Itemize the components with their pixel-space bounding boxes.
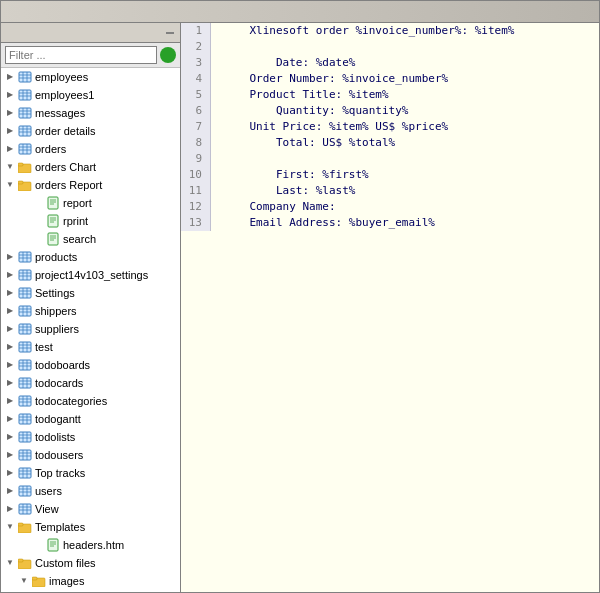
tree-item-users[interactable]: ▶ users <box>1 482 180 500</box>
expand-icon-shippers: ▶ <box>3 304 17 318</box>
line-content-5: Product Title: %item% <box>211 87 389 103</box>
tree-item-shippers[interactable]: ▶ shippers <box>1 302 180 320</box>
expand-icon-todolists: ▶ <box>3 430 17 444</box>
tree-item-orders-chart[interactable]: ▼ orders Chart <box>1 158 180 176</box>
line-number-4: 4 <box>181 71 211 87</box>
expand-icon-users: ▶ <box>3 484 17 498</box>
tree-container[interactable]: ▶ employees▶ employees1▶ messages▶ order… <box>1 68 180 592</box>
tree-item-rprint[interactable]: rprint <box>1 212 180 230</box>
type-icon-orders-chart <box>17 159 33 175</box>
svg-rect-117 <box>18 523 23 526</box>
tree-label-report: report <box>63 195 92 211</box>
svg-rect-86 <box>19 414 31 424</box>
tree-label-view: View <box>35 501 59 517</box>
expand-icon-top-tracks: ▶ <box>3 466 17 480</box>
tree-item-test[interactable]: ▶ test <box>1 338 180 356</box>
tree-label-custom-files: Custom files <box>35 555 96 571</box>
expand-icon-view: ▶ <box>3 502 17 516</box>
expand-icon-suppliers: ▶ <box>3 322 17 336</box>
filter-apply-button[interactable] <box>160 47 176 63</box>
tree-item-orders-report[interactable]: ▼ orders Report <box>1 176 180 194</box>
tree-item-templates[interactable]: ▼ Templates <box>1 518 180 536</box>
svg-rect-46 <box>19 270 31 280</box>
svg-rect-29 <box>48 197 58 209</box>
tree-item-orders[interactable]: ▶ orders <box>1 140 180 158</box>
tree-item-employees1[interactable]: ▶ employees1 <box>1 86 180 104</box>
tree-label-headers-htm: headers.htm <box>63 537 124 553</box>
svg-rect-61 <box>19 324 31 334</box>
tree-label-book-blue: Book Blue 24 n p. <box>77 591 164 592</box>
tree-item-view[interactable]: ▶ View <box>1 500 180 518</box>
expand-icon-order-details: ▶ <box>3 124 17 138</box>
tree-label-rprint: rprint <box>63 213 88 229</box>
type-icon-report <box>45 195 61 211</box>
tree-item-search[interactable]: search <box>1 230 180 248</box>
line-number-7: 7 <box>181 119 211 135</box>
expand-icon-products: ▶ <box>3 250 17 264</box>
tree-item-todoboards[interactable]: ▶ todoboards <box>1 356 180 374</box>
svg-rect-106 <box>19 486 31 496</box>
expand-icon-search <box>31 232 45 246</box>
code-line-13: 13 Email Address: %buyer_email% <box>181 215 599 231</box>
code-line-3: 3 Date: %date% <box>181 55 599 71</box>
tree-item-report[interactable]: report <box>1 194 180 212</box>
line-number-3: 3 <box>181 55 211 71</box>
tree-item-todocards[interactable]: ▶ todocards <box>1 374 180 392</box>
line-number-6: 6 <box>181 103 211 119</box>
svg-rect-5 <box>19 90 31 100</box>
collapse-button[interactable] <box>166 32 174 34</box>
expand-icon-report <box>31 196 45 210</box>
line-number-8: 8 <box>181 135 211 151</box>
svg-rect-66 <box>19 342 31 352</box>
tree-label-products: products <box>35 249 77 265</box>
type-icon-users <box>17 483 33 499</box>
tree-label-project14v103: project14v103_settings <box>35 267 148 283</box>
tree-label-search: search <box>63 231 96 247</box>
svg-rect-0 <box>19 72 31 82</box>
tree-item-order-details[interactable]: ▶ order details <box>1 122 180 140</box>
tree-item-images[interactable]: ▼ images <box>1 572 180 590</box>
code-line-1: 1 Xlinesoft order %invoice_number%: %ite… <box>181 23 599 39</box>
tree-item-custom-files[interactable]: ▼ Custom files <box>1 554 180 572</box>
tree-item-top-tracks[interactable]: ▶ Top tracks <box>1 464 180 482</box>
type-icon-headers-htm <box>45 537 61 553</box>
tree-label-messages: messages <box>35 105 85 121</box>
svg-rect-51 <box>19 288 31 298</box>
type-icon-templates <box>17 519 33 535</box>
tree-item-todolists[interactable]: ▶ todolists <box>1 428 180 446</box>
tree-item-todocategories[interactable]: ▶ todocategories <box>1 392 180 410</box>
code-area[interactable]: 1 Xlinesoft order %invoice_number%: %ite… <box>181 23 599 592</box>
expand-icon-test: ▶ <box>3 340 17 354</box>
tree-item-settings[interactable]: ▶ Settings <box>1 284 180 302</box>
tree-item-products[interactable]: ▶ products <box>1 248 180 266</box>
svg-rect-37 <box>48 233 58 245</box>
tree-label-employees1: employees1 <box>35 87 94 103</box>
filter-row <box>1 43 180 68</box>
title-bar <box>1 1 599 23</box>
type-icon-todolists <box>17 429 33 445</box>
tree-item-book-blue[interactable]: Book Blue 24 n p. <box>1 590 180 592</box>
tree-item-todogantt[interactable]: ▶ todogantt <box>1 410 180 428</box>
svg-rect-20 <box>19 144 31 154</box>
tree-item-employees[interactable]: ▶ employees <box>1 68 180 86</box>
tree-label-images: images <box>49 573 84 589</box>
line-content-3: Date: %date% <box>211 55 355 71</box>
tree-item-messages[interactable]: ▶ messages <box>1 104 180 122</box>
tree-item-headers-htm[interactable]: headers.htm <box>1 536 180 554</box>
expand-icon-todogantt: ▶ <box>3 412 17 426</box>
tree-item-project14v103[interactable]: ▶ project14v103_settings <box>1 266 180 284</box>
line-number-10: 10 <box>181 167 211 183</box>
filter-input[interactable] <box>5 46 157 64</box>
tree-label-suppliers: suppliers <box>35 321 79 337</box>
tree-item-suppliers[interactable]: ▶ suppliers <box>1 320 180 338</box>
tree-label-templates: Templates <box>35 519 85 535</box>
expand-icon-orders-chart: ▼ <box>3 160 17 174</box>
expand-icon-orders-report: ▼ <box>3 178 17 192</box>
type-icon-order-details <box>17 123 33 139</box>
tree-label-orders: orders <box>35 141 66 157</box>
code-line-11: 11 Last: %last% <box>181 183 599 199</box>
tree-item-todousers[interactable]: ▶ todousers <box>1 446 180 464</box>
line-content-12: Company Name: <box>211 199 336 215</box>
type-icon-view <box>17 501 33 517</box>
svg-rect-26 <box>18 163 23 166</box>
